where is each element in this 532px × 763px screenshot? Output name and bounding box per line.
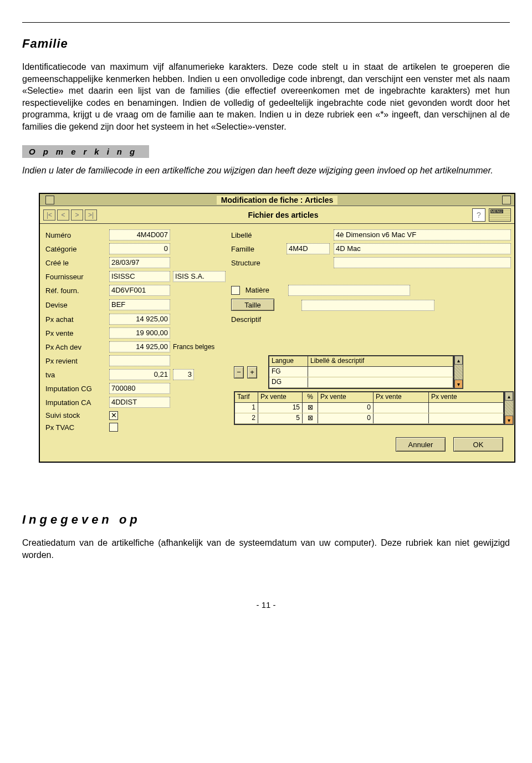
window-titlebar: Modification de fiche : Articles: [40, 194, 514, 206]
field-px-ach-dev[interactable]: 14 925,00: [109, 341, 170, 352]
col-libelle-descriptif: Libellé & descriptif: [308, 356, 453, 366]
page-number: - 11 -: [22, 600, 510, 610]
nav-first-button[interactable]: |<: [43, 209, 55, 221]
field-px-achat[interactable]: 14 925,00: [109, 314, 170, 325]
col-px-vente-4: Px vente: [429, 392, 504, 402]
scroll-down-icon[interactable]: ▾: [505, 416, 513, 424]
field-px-revient[interactable]: [109, 355, 170, 366]
lang-scrollbar[interactable]: ▴ ▾: [454, 356, 463, 388]
note-badge: Opmerking: [22, 145, 149, 158]
label-px-revient: Px revient: [45, 357, 109, 365]
field-devise[interactable]: BEF: [109, 299, 170, 310]
field-structure[interactable]: [334, 257, 511, 268]
field-imputation-ca[interactable]: 4DDIST: [109, 397, 170, 408]
nav-next-button[interactable]: >: [71, 209, 83, 221]
label-libelle: Libellé: [231, 231, 287, 239]
field-libelle[interactable]: 4è Dimension v6 Mac VF: [334, 229, 511, 240]
label-ref-fourn: Réf. fourn.: [45, 286, 109, 295]
table-row[interactable]: FG: [269, 367, 453, 377]
scroll-up-icon[interactable]: ▴: [454, 356, 463, 365]
field-famille-name[interactable]: 4D Mac: [334, 243, 511, 254]
field-fournisseur-code[interactable]: ISISSC: [109, 271, 170, 282]
top-rule: [22, 22, 510, 23]
label-devise: Devise: [45, 301, 109, 309]
col-px-vente-3: Px vente: [374, 392, 429, 402]
checkbox-suivi-stock[interactable]: ✕: [109, 411, 118, 420]
label-matiere: Matière: [245, 286, 269, 294]
scroll-up-icon[interactable]: ▴: [505, 392, 513, 401]
table-row[interactable]: 2 5 ⊠ 0: [235, 413, 504, 424]
label-suivi-stock: Suivi stock: [45, 411, 109, 419]
note-paragraph: Indien u later de familiecode in een art…: [22, 165, 510, 177]
field-numero[interactable]: 4M4D007: [109, 229, 170, 240]
col-px-vente-2: Px vente: [318, 392, 374, 402]
col-langue: Langue: [269, 356, 308, 366]
label-cree-le: Créé le: [45, 259, 109, 267]
label-famille: Famille: [231, 245, 287, 253]
field-ref-fourn[interactable]: 4D6VF001: [109, 285, 170, 296]
col-px-vente-1: Px vente: [258, 392, 303, 402]
embedded-screenshot: Modification de fiche : Articles |< < > …: [39, 193, 515, 463]
taille-button[interactable]: Taille: [231, 299, 274, 311]
label-categorie: Catégorie: [45, 245, 109, 253]
field-famille-code[interactable]: 4M4D: [287, 243, 330, 254]
cell-lang2: DG: [269, 377, 308, 387]
label-px-ach-dev: Px Ach dev: [45, 343, 109, 351]
field-matiere[interactable]: [288, 285, 410, 296]
plus-button[interactable]: +: [247, 366, 257, 378]
checkbox-px-tvac[interactable]: [109, 423, 118, 432]
field-taille[interactable]: [301, 300, 434, 311]
ok-button[interactable]: OK: [453, 437, 503, 452]
table-row[interactable]: 1 15 ⊠ 0: [235, 403, 504, 413]
close-icon[interactable]: [45, 196, 54, 204]
col-percent: %: [303, 392, 318, 402]
nav-prev-button[interactable]: <: [57, 209, 69, 221]
label-francs-belges: Francs belges: [173, 343, 231, 351]
col-tarif: Tarif: [235, 392, 258, 402]
field-categorie[interactable]: 0: [109, 243, 170, 254]
scroll-down-icon[interactable]: ▾: [454, 380, 463, 388]
field-px-vente[interactable]: 19 900,00: [109, 327, 170, 339]
field-fournisseur-name[interactable]: ISIS S.A.: [173, 271, 226, 282]
section-familie-title: Familie: [22, 37, 510, 51]
label-px-vente-main: Px vente: [45, 329, 109, 337]
table-row[interactable]: DG: [269, 377, 453, 388]
window-title: Modification de fiche : Articles: [217, 196, 338, 204]
label-imputation-cg: Imputation CG: [45, 385, 109, 393]
annuler-button[interactable]: Annuler: [396, 437, 446, 452]
nav-last-button[interactable]: >|: [85, 209, 97, 221]
label-numero: Numéro: [45, 231, 109, 239]
label-structure: Structure: [231, 259, 287, 267]
checkbox-matiere[interactable]: [231, 286, 240, 295]
minus-button[interactable]: −: [234, 366, 244, 378]
field-cree-le: 28/03/97: [109, 257, 170, 268]
label-imputation-ca: Imputation CA: [45, 398, 109, 407]
label-tva: tva: [45, 371, 109, 379]
toolbar: |< < > >| Fichier des articles ? MENU: [40, 206, 514, 224]
zoom-icon[interactable]: [502, 196, 511, 204]
menu-button[interactable]: MENU: [489, 208, 511, 222]
ingegeven-paragraph: Creatiedatum van de artikelfiche (afhank…: [22, 537, 510, 561]
label-fournisseur: Fournisseur: [45, 273, 109, 281]
toolbar-subtitle: Fichier des articles: [248, 211, 319, 219]
familie-paragraph: Identificatiecode van maximum vijf alfan…: [22, 61, 510, 133]
label-px-achat: Px achat: [45, 315, 109, 324]
section-ingegeven-title: Ingegeven op: [22, 513, 510, 527]
label-descriptif: Descriptif: [231, 315, 287, 324]
field-tva-code[interactable]: 3: [173, 369, 194, 380]
cell-lang1: FG: [269, 367, 308, 377]
field-imputation-cg[interactable]: 700080: [109, 383, 170, 394]
help-button[interactable]: ?: [472, 208, 485, 222]
label-px-tvac: Px TVAC: [45, 423, 109, 432]
price-scrollbar[interactable]: ▴ ▾: [504, 392, 513, 424]
field-tva-rate[interactable]: 0,21: [109, 369, 170, 380]
